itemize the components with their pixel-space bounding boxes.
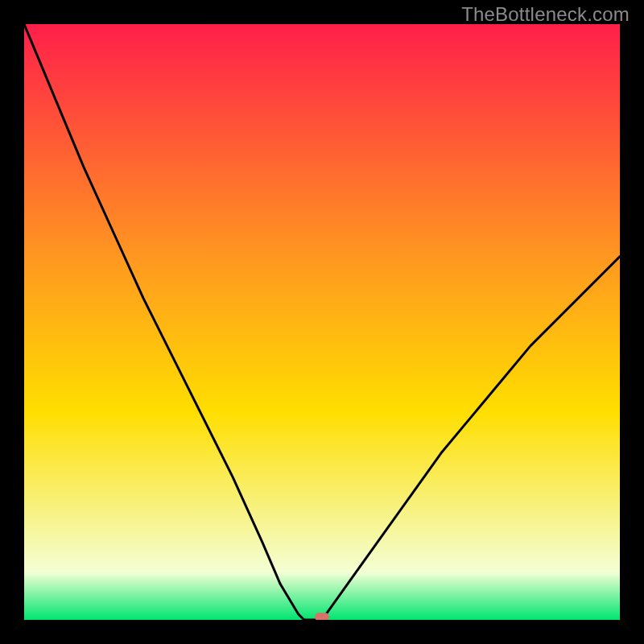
plot-area <box>24 24 620 620</box>
chart-frame: TheBottleneck.com <box>0 0 644 644</box>
watermark-text: TheBottleneck.com <box>461 3 630 26</box>
gradient-background <box>24 24 620 620</box>
chart-svg <box>24 24 620 620</box>
minimum-marker <box>315 613 329 620</box>
